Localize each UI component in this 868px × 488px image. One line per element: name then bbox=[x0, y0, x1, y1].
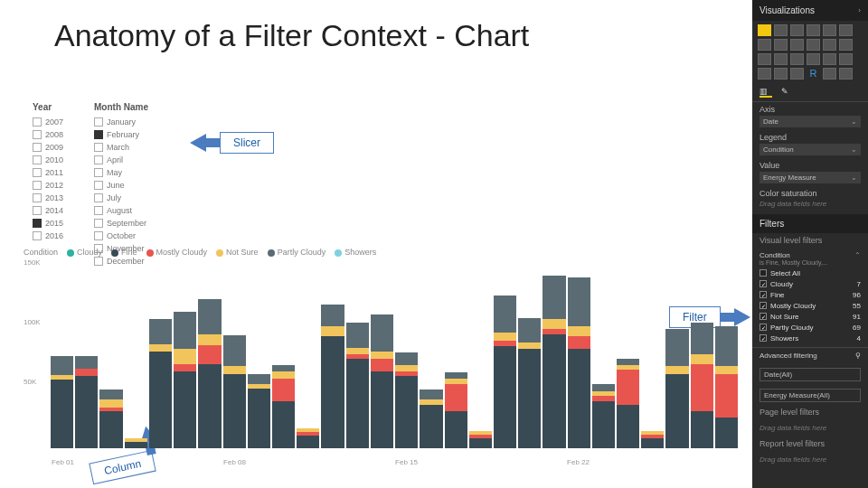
slicer-item[interactable]: 2008 bbox=[33, 128, 83, 141]
chart-column[interactable] bbox=[223, 335, 246, 448]
checkbox-icon[interactable] bbox=[33, 117, 42, 127]
viz-icon[interactable] bbox=[823, 24, 836, 36]
slicer-item[interactable]: 2012 bbox=[33, 179, 83, 192]
viz-icon[interactable] bbox=[790, 24, 804, 36]
filter-option[interactable]: Not Sure91 bbox=[760, 311, 861, 322]
viz-icon[interactable] bbox=[790, 53, 804, 65]
checkbox-icon[interactable] bbox=[760, 302, 767, 309]
checkbox-icon[interactable] bbox=[94, 168, 103, 177]
format-tab-icon[interactable]: ✎ bbox=[781, 87, 794, 98]
chart-column[interactable] bbox=[592, 384, 615, 448]
chart-column[interactable] bbox=[420, 389, 442, 448]
chart-column[interactable] bbox=[542, 276, 565, 448]
checkbox-icon[interactable] bbox=[33, 193, 42, 202]
advanced-filtering-link[interactable]: Advanced filtering⚲ bbox=[752, 347, 868, 363]
checkbox-icon[interactable] bbox=[760, 291, 767, 298]
slicer-item[interactable]: 2013 bbox=[33, 192, 83, 204]
checkbox-icon[interactable] bbox=[94, 130, 103, 139]
viz-icon[interactable] bbox=[807, 24, 820, 36]
checkbox-icon[interactable] bbox=[760, 324, 767, 331]
filter-date[interactable]: Date(All) bbox=[752, 363, 868, 384]
checkbox-icon[interactable] bbox=[33, 130, 42, 139]
slicer-item[interactable]: August bbox=[94, 204, 175, 217]
slicer-item[interactable]: 2016 bbox=[33, 230, 83, 242]
slicer-item[interactable]: March bbox=[94, 141, 175, 154]
slicer-item[interactable]: 2014 bbox=[33, 204, 83, 217]
viz-icon[interactable] bbox=[774, 53, 788, 65]
checkbox-icon[interactable] bbox=[33, 219, 42, 228]
slicer-item[interactable]: 2009 bbox=[33, 141, 83, 154]
chart-column[interactable] bbox=[248, 374, 270, 448]
chart-column[interactable] bbox=[346, 323, 369, 448]
viz-icon[interactable] bbox=[839, 53, 853, 65]
viz-icon[interactable] bbox=[758, 53, 771, 65]
checkbox-icon[interactable] bbox=[94, 181, 103, 190]
well-value[interactable]: Value Energy Measure⌄ bbox=[752, 158, 868, 186]
checkbox-icon[interactable] bbox=[94, 231, 103, 240]
filter-option[interactable]: Fine96 bbox=[760, 289, 861, 300]
slicer-item[interactable]: May bbox=[94, 166, 175, 179]
chart-column[interactable] bbox=[174, 312, 196, 448]
checkbox-icon[interactable] bbox=[94, 143, 103, 152]
filter-energy[interactable]: Energy Measure(All) bbox=[752, 384, 868, 405]
viz-icon[interactable] bbox=[807, 39, 820, 51]
viz-icon[interactable] bbox=[790, 39, 804, 51]
slicer-item[interactable]: 2007 bbox=[33, 116, 83, 128]
viz-stacked-column-icon[interactable] bbox=[758, 24, 771, 36]
viz-icon[interactable] bbox=[839, 68, 853, 80]
well-colorsat[interactable]: Color saturation Drag data fields here bbox=[752, 186, 868, 212]
chart-column[interactable] bbox=[99, 389, 122, 448]
checkbox-icon[interactable] bbox=[94, 193, 103, 202]
checkbox-icon[interactable] bbox=[760, 280, 767, 287]
slicer-item[interactable]: July bbox=[94, 192, 175, 204]
slicer-item[interactable]: 2011 bbox=[33, 166, 83, 179]
checkbox-icon[interactable] bbox=[33, 231, 42, 240]
chart-column[interactable] bbox=[125, 438, 147, 448]
well-axis[interactable]: Axis Date⌄ bbox=[752, 102, 868, 130]
chart-column[interactable] bbox=[665, 329, 688, 448]
chart-column[interactable] bbox=[518, 318, 541, 448]
page-level-placeholder[interactable]: Drag data fields here bbox=[752, 419, 868, 436]
viz-icon[interactable] bbox=[823, 39, 836, 51]
stacked-column-chart[interactable]: ConditionCloudyFineMostly CloudyNot Sure… bbox=[24, 258, 738, 466]
filter-option[interactable]: Cloudy7 bbox=[760, 278, 861, 289]
chart-column[interactable] bbox=[297, 428, 319, 448]
filter-option[interactable]: Mostly Cloudy55 bbox=[760, 300, 861, 311]
viz-icon[interactable] bbox=[774, 24, 788, 36]
viz-icon[interactable] bbox=[774, 68, 788, 80]
checkbox-icon[interactable] bbox=[760, 313, 767, 320]
well-axis-value[interactable]: Date⌄ bbox=[760, 116, 861, 127]
checkbox-icon[interactable] bbox=[33, 181, 42, 190]
checkbox-icon[interactable] bbox=[33, 155, 42, 164]
viz-icon[interactable] bbox=[839, 39, 853, 51]
chart-column[interactable] bbox=[75, 356, 98, 448]
viz-icon[interactable] bbox=[758, 68, 771, 80]
chevron-down-icon[interactable]: ⌄ bbox=[851, 174, 857, 182]
filter-option[interactable]: Showers4 bbox=[760, 333, 861, 343]
viz-icon[interactable] bbox=[774, 39, 788, 51]
checkbox-icon[interactable] bbox=[760, 334, 767, 342]
chart-column[interactable] bbox=[715, 326, 738, 448]
chart-column[interactable] bbox=[371, 314, 393, 448]
slicer-item[interactable]: April bbox=[94, 154, 175, 166]
checkbox-icon[interactable] bbox=[94, 117, 103, 127]
visualizations-pane-header[interactable]: Visualizations › bbox=[752, 0, 868, 21]
viz-icon[interactable] bbox=[823, 53, 836, 65]
chart-column[interactable] bbox=[469, 431, 492, 448]
checkbox-icon[interactable] bbox=[760, 269, 767, 277]
chart-column[interactable] bbox=[395, 352, 418, 448]
chart-column[interactable] bbox=[691, 323, 713, 448]
chart-column[interactable] bbox=[272, 365, 295, 448]
chart-column[interactable] bbox=[198, 299, 221, 448]
chevron-down-icon[interactable]: ⌄ bbox=[851, 117, 857, 126]
slicer-item[interactable]: June bbox=[94, 179, 175, 192]
chevron-up-icon[interactable]: ⌃ bbox=[854, 251, 861, 259]
viz-icon[interactable] bbox=[839, 24, 853, 36]
fields-tab-icon[interactable]: ▥ bbox=[760, 87, 772, 98]
checkbox-icon[interactable] bbox=[94, 155, 103, 164]
checkbox-icon[interactable] bbox=[33, 206, 42, 215]
slicer-item[interactable]: February bbox=[94, 128, 175, 141]
well-legend-value[interactable]: Condition⌄ bbox=[760, 144, 861, 155]
checkbox-icon[interactable] bbox=[33, 143, 42, 152]
slicer-month[interactable]: Month Name JanuaryFebruaryMarchAprilMayJ… bbox=[94, 102, 175, 267]
